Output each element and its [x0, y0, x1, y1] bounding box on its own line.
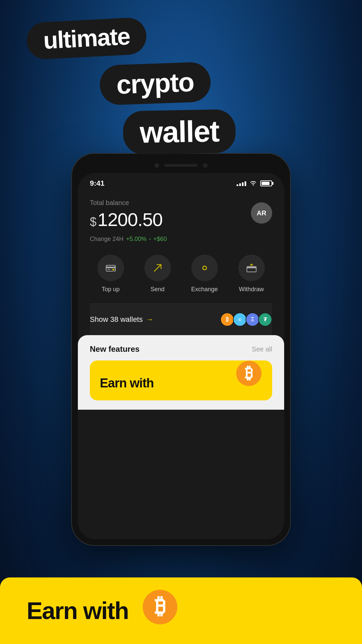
- phone-screen: 9:41: [78, 173, 284, 539]
- action-circle-send: [144, 255, 171, 281]
- svg-text:₿: ₿: [155, 594, 166, 618]
- phone-camera-right: [203, 163, 208, 168]
- battery-icon: [260, 180, 272, 186]
- coin-cel: ©: [233, 313, 247, 326]
- show-wallets-row[interactable]: Show 38 wallets → ₿ © Ξ ₮: [90, 304, 272, 335]
- new-features-title: New features: [90, 344, 139, 354]
- svg-rect-8: [247, 267, 256, 268]
- wallet-coins: ₿ © Ξ ₮: [222, 313, 272, 326]
- phone-camera: [154, 163, 159, 168]
- coin-tether: ₮: [258, 313, 272, 326]
- change-row: Change 24H +5.00% • +$60: [90, 236, 272, 243]
- phone-speaker: [164, 164, 198, 167]
- hero-line-2: crypto: [99, 62, 211, 106]
- top-up-icon: [105, 262, 117, 274]
- balance-section: Total balance $ 1200.50 AR: [90, 199, 272, 230]
- svg-text:₿: ₿: [245, 364, 253, 382]
- bottom-earn-text: Earn with: [27, 597, 128, 624]
- coin-ethereum: Ξ: [246, 313, 260, 326]
- svg-point-6: [203, 267, 206, 269]
- earn-bitcoin-icon: ₿: [236, 360, 262, 390]
- phone-mockup: 9:41: [71, 153, 291, 546]
- action-circle-withdraw: [238, 255, 265, 281]
- action-label-withdraw: Withdraw: [239, 286, 264, 293]
- hero-line-3: wallet: [123, 109, 236, 155]
- svg-rect-2: [107, 269, 110, 270]
- change-dot: •: [149, 237, 151, 242]
- bottom-earn-section: Earn with ₿: [0, 577, 362, 644]
- action-circle-exchange: [191, 255, 218, 281]
- status-time: 9:41: [90, 179, 104, 188]
- action-buttons: Top up Send: [90, 255, 272, 293]
- bottom-bitcoin-icon: ₿: [142, 589, 178, 633]
- total-balance-label: Total balance: [90, 199, 162, 207]
- svg-point-4: [112, 269, 114, 271]
- hero-line-1: ultimate: [26, 17, 147, 60]
- withdraw-icon: [246, 262, 258, 274]
- earn-card-title: Earn with: [100, 376, 154, 390]
- currency-symbol: $: [90, 215, 96, 229]
- action-circle-top-up: [97, 255, 124, 281]
- battery-fill: [262, 182, 270, 185]
- phone-outer-frame: 9:41: [71, 153, 291, 546]
- action-withdraw[interactable]: Withdraw: [231, 255, 272, 293]
- hero-section: ultimate crypto wallet: [0, 20, 362, 154]
- show-wallets-arrow: →: [146, 315, 153, 324]
- new-features-header: New features See all: [90, 344, 272, 354]
- show-wallets-text: Show 38 wallets →: [90, 315, 153, 324]
- status-bar: 9:41: [78, 173, 284, 191]
- exchange-icon: [199, 262, 211, 274]
- change-percent: +5.00%: [126, 236, 147, 243]
- action-label-exchange: Exchange: [191, 286, 218, 293]
- earn-card[interactable]: Earn with ₿: [90, 360, 272, 400]
- action-top-up[interactable]: Top up: [90, 255, 131, 293]
- show-wallets-label: Show 38 wallets: [90, 315, 143, 324]
- action-label-send: Send: [150, 286, 164, 293]
- coin-bitcoin: ₿: [220, 313, 234, 326]
- action-send[interactable]: Send: [137, 255, 178, 293]
- app-content: Total balance $ 1200.50 AR Change 24H +5…: [78, 191, 284, 335]
- status-icons: [237, 180, 272, 187]
- new-features-section: New features See all Earn with ₿: [78, 335, 284, 410]
- action-label-top-up: Top up: [101, 286, 119, 293]
- wifi-icon: [250, 180, 257, 187]
- phone-top-bar: [78, 160, 284, 173]
- signal-icon: [237, 181, 246, 186]
- send-icon: [152, 262, 164, 274]
- balance-amount: $ 1200.50: [90, 209, 162, 230]
- see-all-button[interactable]: See all: [252, 345, 272, 353]
- balance-value: 1200.50: [97, 209, 162, 230]
- change-label: Change 24H: [90, 236, 123, 243]
- action-exchange[interactable]: Exchange: [184, 255, 225, 293]
- avatar[interactable]: AR: [251, 202, 272, 224]
- balance-left: Total balance $ 1200.50: [90, 199, 162, 230]
- change-amount: +$60: [153, 236, 167, 243]
